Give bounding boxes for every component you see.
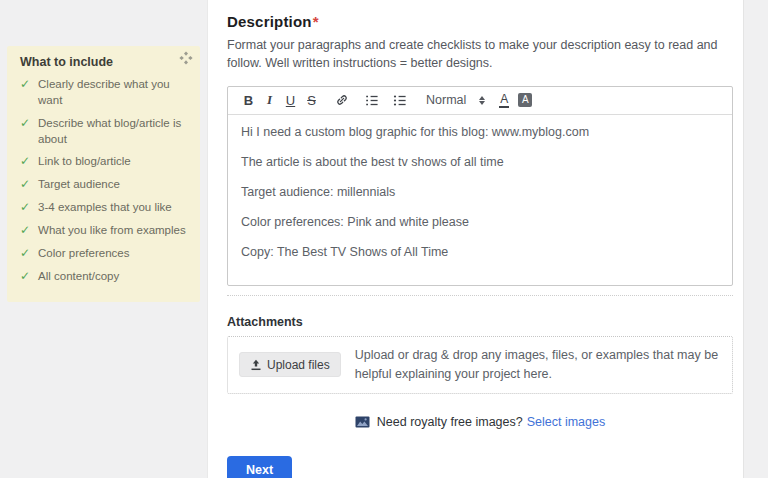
main-form-panel: Description* Format your paragraphs and … xyxy=(207,0,744,478)
checklist-item-label: 3-4 examples that you like xyxy=(38,200,172,216)
required-asterisk: * xyxy=(313,13,319,30)
checklist-item-label: All content/copy xyxy=(38,269,119,285)
checklist-item: ✓What you like from examples xyxy=(20,223,190,239)
ordered-list-button[interactable] xyxy=(361,89,382,111)
check-icon: ✓ xyxy=(20,246,30,262)
upload-files-label: Upload files xyxy=(267,358,330,372)
checklist-item-label: Color preferences xyxy=(38,246,129,262)
page-title: Description* xyxy=(227,13,733,30)
description-editor: B I U S xyxy=(227,86,733,286)
check-icon: ✓ xyxy=(20,177,30,193)
editor-paragraph: Hi I need a custom blog graphic for this… xyxy=(241,124,719,141)
upload-icon xyxy=(250,359,262,371)
check-icon: ✓ xyxy=(20,269,30,285)
editor-paragraph: Color preferences: Pink and white please xyxy=(241,214,719,231)
checklist-item-label: What you like from examples xyxy=(38,223,186,239)
checklist-item: ✓Target audience xyxy=(20,177,190,193)
move-icon xyxy=(179,51,193,65)
editor-paragraph: Target audience: millennials xyxy=(241,184,719,201)
check-icon: ✓ xyxy=(20,154,30,170)
checklist-item: ✓Describe what blog/article is about xyxy=(20,116,190,148)
editor-paragraph: Copy: The Best TV Shows of All Time xyxy=(241,244,719,261)
checklist-item-label: Describe what blog/article is about xyxy=(38,116,190,148)
editor-paragraph: The article is about the best tv shows o… xyxy=(241,154,719,171)
drag-handle[interactable] xyxy=(179,51,193,69)
dropzone-caption: Upload or drag & drop any images, files,… xyxy=(355,346,721,382)
what-to-include-panel: What to include ✓Clearly describe what y… xyxy=(7,46,200,302)
checklist-item-label: Clearly describe what you want xyxy=(38,77,190,109)
strikethrough-button[interactable]: S xyxy=(301,89,322,111)
attachments-label: Attachments xyxy=(227,315,733,329)
check-icon: ✓ xyxy=(20,223,30,239)
description-help-text: Format your paragraphs and create checkl… xyxy=(227,37,727,73)
upload-files-button[interactable]: Upload files xyxy=(239,352,341,377)
checklist-item: ✓All content/copy xyxy=(20,269,190,285)
paragraph-style-dropdown[interactable]: Normal xyxy=(426,93,485,107)
next-button[interactable]: Next xyxy=(227,456,292,478)
checklist-item: ✓3-4 examples that you like xyxy=(20,200,190,216)
text-color-button[interactable]: A xyxy=(499,93,509,108)
checklist-item: ✓Link to blog/article xyxy=(20,154,190,170)
check-icon: ✓ xyxy=(20,200,30,216)
unordered-list-icon xyxy=(393,94,407,107)
checklist-item-label: Link to blog/article xyxy=(38,154,131,170)
unordered-list-button[interactable] xyxy=(389,89,410,111)
select-images-link[interactable]: Select images xyxy=(527,415,606,429)
image-icon xyxy=(355,416,370,428)
checklist-title: What to include xyxy=(20,55,190,69)
underline-button[interactable]: U xyxy=(280,89,301,111)
description-label: Description xyxy=(227,13,312,30)
link-icon xyxy=(335,93,349,107)
royalty-free-text: Need royalty free images? xyxy=(377,415,523,429)
bold-button[interactable]: B xyxy=(238,89,259,111)
check-icon: ✓ xyxy=(20,116,30,148)
paragraph-style-value: Normal xyxy=(426,93,466,107)
check-icon: ✓ xyxy=(20,77,30,109)
editor-toolbar: B I U S xyxy=(228,87,732,115)
updown-arrows-icon xyxy=(479,96,485,105)
checklist-item: ✓Color preferences xyxy=(20,246,190,262)
description-textarea[interactable]: Hi I need a custom blog graphic for this… xyxy=(228,115,732,285)
checklist-item: ✓Clearly describe what you want xyxy=(20,77,190,109)
section-divider xyxy=(227,295,733,296)
checklist: ✓Clearly describe what you want ✓Describ… xyxy=(20,77,190,285)
royalty-free-row: Need royalty free images? Select images xyxy=(227,415,733,429)
attachments-dropzone[interactable]: Upload files Upload or drag & drop any i… xyxy=(227,336,733,394)
checklist-item-label: Target audience xyxy=(38,177,120,193)
italic-button[interactable]: I xyxy=(259,89,280,111)
background-color-button[interactable]: A xyxy=(518,93,532,107)
link-button[interactable] xyxy=(331,89,352,111)
ordered-list-icon xyxy=(365,94,379,107)
